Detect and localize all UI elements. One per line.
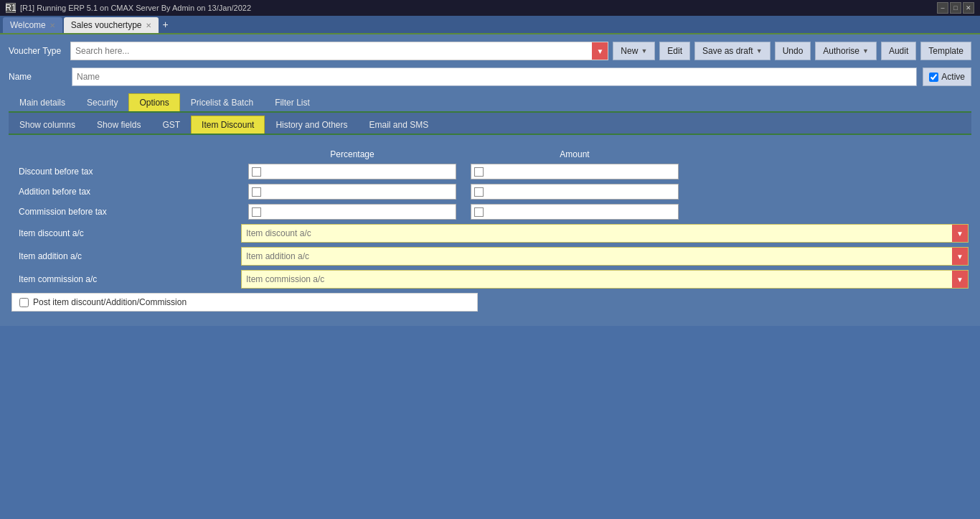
- tab-show-columns[interactable]: Show columns: [9, 116, 86, 134]
- commission-before-tax-row: Commission before tax: [11, 204, 969, 220]
- search-input[interactable]: [71, 42, 592, 60]
- search-dropdown-button[interactable]: ▼: [592, 42, 608, 60]
- addition-amount-field[interactable]: [471, 184, 679, 200]
- tab-gst[interactable]: GST: [151, 116, 191, 134]
- item-discount-ac-row: Item discount a/c ▼: [11, 224, 969, 243]
- item-discount-ac-label: Item discount a/c: [11, 228, 241, 238]
- active-container: Active: [923, 67, 971, 86]
- app-icon: R1: [6, 3, 16, 13]
- search-container: ▼: [70, 42, 608, 60]
- tab-welcome-label: Welcome: [10, 20, 46, 30]
- addition-percentage-field[interactable]: [248, 184, 456, 200]
- addition-amount-checkbox[interactable]: [474, 187, 484, 197]
- content-area: Percentage Amount Discount before tax Ad…: [9, 142, 971, 319]
- addition-percentage-checkbox[interactable]: [252, 187, 261, 197]
- item-discount-ac-input[interactable]: [242, 228, 952, 238]
- save-draft-dropdown-arrow: ▼: [756, 47, 763, 55]
- post-checkbox[interactable]: [19, 298, 29, 307]
- addition-amount-cell: [463, 184, 686, 200]
- voucher-type-label: Voucher Type: [9, 46, 66, 56]
- minimize-button[interactable]: –: [937, 2, 948, 14]
- active-checkbox[interactable]: [929, 73, 938, 82]
- window-controls: – □ ✕: [937, 2, 974, 14]
- item-addition-ac-dropdown-btn[interactable]: ▼: [952, 248, 968, 265]
- item-commission-ac-dropdown-btn[interactable]: ▼: [952, 271, 968, 288]
- save-draft-button[interactable]: Save as draft ▼: [694, 42, 771, 60]
- tab-pricelist-batch[interactable]: Pricelist & Batch: [180, 93, 264, 111]
- commission-amount-field[interactable]: [471, 204, 679, 220]
- tab-security[interactable]: Security: [76, 93, 128, 111]
- authorise-dropdown-arrow: ▼: [862, 47, 869, 55]
- tab-show-fields[interactable]: Show fields: [86, 116, 151, 134]
- new-dropdown-arrow: ▼: [641, 47, 647, 55]
- tab-sales-vouchertype[interactable]: Sales vouchertype ✕: [64, 17, 159, 33]
- discount-percentage-checkbox[interactable]: [252, 167, 261, 177]
- template-button[interactable]: Template: [920, 42, 971, 60]
- tab-welcome[interactable]: Welcome ✕: [3, 17, 62, 33]
- tab-welcome-close[interactable]: ✕: [50, 22, 55, 29]
- commission-percentage-cell: [241, 204, 463, 220]
- discount-amount-field[interactable]: [471, 164, 679, 179]
- commission-percentage-checkbox[interactable]: [252, 207, 261, 217]
- discount-before-tax-label: Discount before tax: [11, 167, 241, 177]
- secondary-tabs: Show columns Show fields GST Item Discou…: [9, 113, 971, 135]
- commission-amount-cell: [463, 204, 686, 220]
- maximize-button[interactable]: □: [950, 2, 961, 14]
- discount-amount-cell: [463, 164, 686, 179]
- item-discount-ac-dropdown-btn[interactable]: ▼: [952, 225, 968, 242]
- tab-sales-vouchertype-close[interactable]: ✕: [146, 22, 151, 29]
- tab-filter-list[interactable]: Filter List: [264, 93, 321, 111]
- main-content: Voucher Type ▼ New ▼ Edit Save as draft …: [0, 34, 980, 326]
- audit-button[interactable]: Audit: [881, 42, 916, 60]
- primary-tabs: Main details Security Options Pricelist …: [9, 93, 971, 113]
- item-commission-ac-label: Item commission a/c: [11, 274, 241, 284]
- item-addition-ac-field[interactable]: ▼: [241, 247, 969, 266]
- tab-item-discount[interactable]: Item Discount: [191, 116, 265, 134]
- field-column-headers: Percentage Amount: [11, 149, 969, 159]
- commission-amount-checkbox[interactable]: [474, 207, 484, 217]
- close-button[interactable]: ✕: [963, 2, 974, 14]
- tab-main-details[interactable]: Main details: [9, 93, 76, 111]
- name-input[interactable]: [72, 67, 917, 86]
- name-label: Name: [9, 72, 66, 82]
- item-addition-ac-label: Item addition a/c: [11, 251, 241, 261]
- post-checkbox-label: Post item discount/Addition/Commission: [33, 297, 187, 307]
- amount-header: Amount: [463, 149, 686, 159]
- tab-add-button[interactable]: +: [163, 19, 169, 30]
- tab-history-others[interactable]: History and Others: [265, 116, 358, 134]
- authorise-button[interactable]: Authorise ▼: [815, 42, 877, 60]
- percentage-header: Percentage: [241, 149, 463, 159]
- active-label: Active: [941, 72, 965, 82]
- discount-percentage-cell: [241, 164, 463, 179]
- item-commission-ac-row: Item commission a/c ▼: [11, 270, 969, 289]
- title-bar: R1 [R1] Running ERP 5.1 on CMAX Server B…: [0, 0, 980, 16]
- commission-before-tax-label: Commission before tax: [11, 207, 241, 217]
- addition-before-tax-label: Addition before tax: [11, 187, 241, 197]
- post-checkbox-row: Post item discount/Addition/Commission: [11, 293, 478, 312]
- undo-button[interactable]: Undo: [775, 42, 811, 60]
- item-commission-ac-input[interactable]: [242, 274, 952, 284]
- title-text: [R1] Running ERP 5.1 on CMAX Server By A…: [20, 4, 251, 12]
- addition-percentage-cell: [241, 184, 463, 200]
- toolbar: Voucher Type ▼ New ▼ Edit Save as draft …: [9, 42, 971, 60]
- tab-options[interactable]: Options: [128, 93, 179, 111]
- name-row: Name Active: [9, 67, 971, 86]
- discount-amount-checkbox[interactable]: [474, 167, 484, 177]
- tab-sales-vouchertype-label: Sales vouchertype: [71, 20, 142, 30]
- tab-email-sms[interactable]: Email and SMS: [359, 116, 440, 134]
- discount-before-tax-row: Discount before tax: [11, 164, 969, 179]
- commission-percentage-field[interactable]: [248, 204, 456, 220]
- item-commission-ac-field[interactable]: ▼: [241, 270, 969, 289]
- edit-button[interactable]: Edit: [659, 42, 690, 60]
- item-discount-ac-field[interactable]: ▼: [241, 224, 969, 243]
- discount-percentage-field[interactable]: [248, 164, 456, 179]
- item-addition-ac-row: Item addition a/c ▼: [11, 247, 969, 266]
- addition-before-tax-row: Addition before tax: [11, 184, 969, 200]
- new-button[interactable]: New ▼: [613, 42, 655, 60]
- tab-bar: Welcome ✕ Sales vouchertype ✕ +: [0, 16, 980, 34]
- item-addition-ac-input[interactable]: [242, 251, 952, 261]
